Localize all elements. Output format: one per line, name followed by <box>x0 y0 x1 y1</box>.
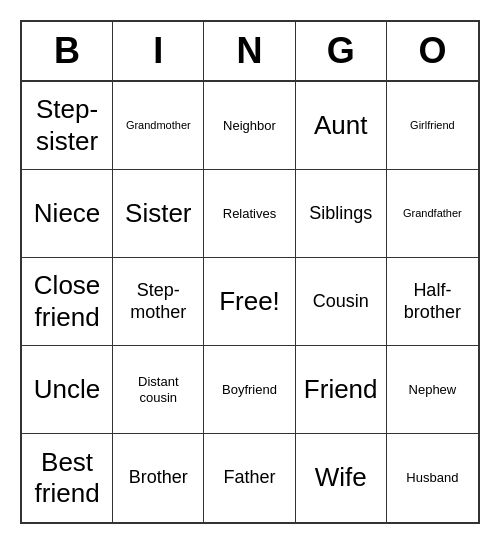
header-letter-b: B <box>22 22 113 80</box>
bingo-cell-14: Half-brother <box>387 258 478 346</box>
cell-text-17: Boyfriend <box>222 382 277 398</box>
bingo-cell-15: Uncle <box>22 346 113 434</box>
bingo-cell-7: Relatives <box>204 170 295 258</box>
cell-text-2: Neighbor <box>223 118 276 134</box>
cell-text-20: Bestfriend <box>35 447 100 509</box>
bingo-cell-17: Boyfriend <box>204 346 295 434</box>
cell-text-12: Free! <box>219 286 280 317</box>
header-letter-i: I <box>113 22 204 80</box>
cell-text-3: Aunt <box>314 110 368 141</box>
bingo-cell-6: Sister <box>113 170 204 258</box>
bingo-grid: Step-sisterGrandmotherNeighborAuntGirlfr… <box>22 82 478 522</box>
bingo-cell-1: Grandmother <box>113 82 204 170</box>
cell-text-13: Cousin <box>313 291 369 313</box>
cell-text-14: Half-brother <box>404 280 461 323</box>
cell-text-0: Step-sister <box>36 94 98 156</box>
cell-text-1: Grandmother <box>126 119 191 132</box>
cell-text-8: Siblings <box>309 203 372 225</box>
bingo-cell-4: Girlfriend <box>387 82 478 170</box>
cell-text-24: Husband <box>406 470 458 486</box>
bingo-cell-13: Cousin <box>296 258 387 346</box>
bingo-cell-10: Closefriend <box>22 258 113 346</box>
cell-text-6: Sister <box>125 198 191 229</box>
bingo-cell-21: Brother <box>113 434 204 522</box>
bingo-cell-19: Nephew <box>387 346 478 434</box>
cell-text-23: Wife <box>315 462 367 493</box>
cell-text-18: Friend <box>304 374 378 405</box>
bingo-card: BINGO Step-sisterGrandmotherNeighborAunt… <box>20 20 480 524</box>
cell-text-11: Step-mother <box>130 280 186 323</box>
bingo-cell-0: Step-sister <box>22 82 113 170</box>
cell-text-22: Father <box>223 467 275 489</box>
bingo-cell-22: Father <box>204 434 295 522</box>
bingo-cell-16: Distantcousin <box>113 346 204 434</box>
cell-text-19: Nephew <box>409 382 457 398</box>
cell-text-9: Grandfather <box>403 207 462 220</box>
cell-text-4: Girlfriend <box>410 119 455 132</box>
cell-text-5: Niece <box>34 198 100 229</box>
header-letter-n: N <box>204 22 295 80</box>
bingo-cell-18: Friend <box>296 346 387 434</box>
cell-text-10: Closefriend <box>34 270 100 332</box>
cell-text-15: Uncle <box>34 374 100 405</box>
header-letter-o: O <box>387 22 478 80</box>
header-letter-g: G <box>296 22 387 80</box>
cell-text-7: Relatives <box>223 206 276 222</box>
bingo-cell-2: Neighbor <box>204 82 295 170</box>
bingo-cell-8: Siblings <box>296 170 387 258</box>
bingo-cell-24: Husband <box>387 434 478 522</box>
bingo-cell-11: Step-mother <box>113 258 204 346</box>
bingo-cell-23: Wife <box>296 434 387 522</box>
cell-text-16: Distantcousin <box>138 374 178 405</box>
bingo-cell-12: Free! <box>204 258 295 346</box>
bingo-cell-3: Aunt <box>296 82 387 170</box>
bingo-header: BINGO <box>22 22 478 82</box>
bingo-cell-20: Bestfriend <box>22 434 113 522</box>
bingo-cell-9: Grandfather <box>387 170 478 258</box>
cell-text-21: Brother <box>129 467 188 489</box>
bingo-cell-5: Niece <box>22 170 113 258</box>
